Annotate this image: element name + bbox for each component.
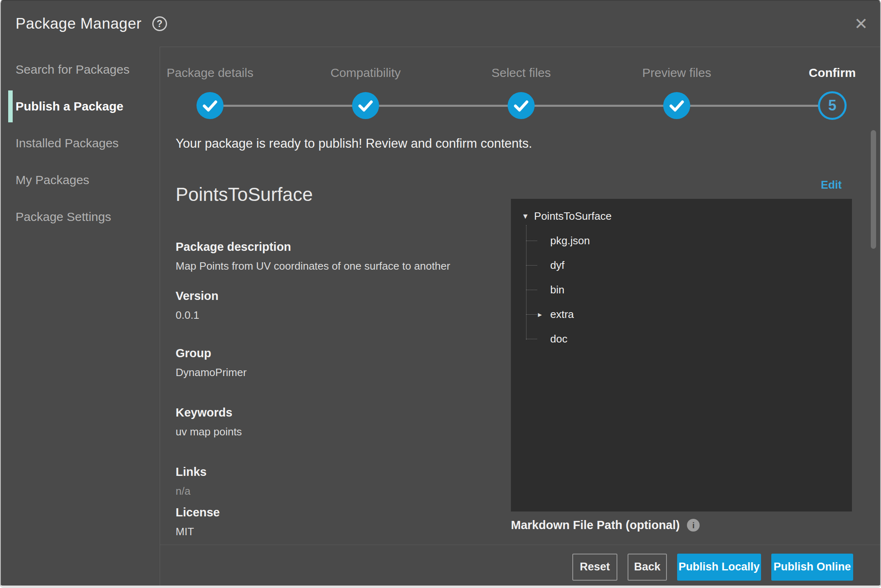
tree-node-label: dyf (550, 259, 565, 272)
step-confirm: Confirm 5 (767, 65, 881, 120)
tree-node-pkg-json[interactable]: pkg.json (511, 232, 852, 249)
step-current-number[interactable]: 5 (818, 91, 847, 120)
step-select-files: Select files (456, 65, 587, 119)
check-icon (197, 92, 224, 119)
wizard-stepper: Package details Compatibility (160, 65, 880, 139)
tree-branch-line (526, 265, 537, 266)
tree-branch-line (526, 339, 537, 339)
field-package-description: Package description Map Points from UV c… (176, 240, 450, 273)
check-icon (508, 92, 535, 119)
step-complete-icon[interactable] (508, 92, 535, 119)
step-preview-files: Preview files (611, 65, 742, 119)
tree-node-label: bin (550, 284, 565, 296)
step-compatibility: Compatibility (300, 65, 431, 119)
check-icon (663, 92, 690, 119)
step-complete-icon[interactable] (197, 92, 224, 119)
step-complete-icon[interactable] (663, 92, 690, 119)
field-version: Version 0.0.1 (176, 289, 219, 322)
field-value: 0.0.1 (176, 309, 219, 322)
field-value: DynamoPrimer (176, 366, 246, 379)
tree-node-extra[interactable]: ▸ extra (511, 306, 852, 322)
vertical-scrollbar-thumb[interactable] (871, 130, 876, 249)
tree-node-label: extra (550, 308, 574, 321)
tree-branch-line (526, 290, 537, 290)
markdown-file-path-row: Markdown File Path (optional) i (511, 518, 700, 532)
markdown-file-path-label: Markdown File Path (optional) (511, 518, 680, 532)
info-icon[interactable]: i (687, 519, 700, 532)
tree-branch-line (526, 314, 537, 315)
field-value: MIT (176, 525, 220, 538)
sidebar-item-search-for-packages[interactable]: Search for Packages (1, 60, 160, 79)
step-complete-icon[interactable] (352, 92, 379, 119)
field-value: n/a (176, 484, 207, 498)
titlebar: Package Manager ? ✕ (1, 1, 880, 47)
tree-node-doc[interactable]: doc (511, 331, 852, 347)
step-label: Select files (456, 65, 587, 81)
sidebar-item-label: Search for Packages (16, 63, 129, 77)
back-button[interactable]: Back (628, 554, 667, 581)
main-panel: Package details Compatibility (160, 47, 880, 588)
step-label: Package details (145, 65, 276, 81)
caret-right-icon[interactable]: ▸ (538, 310, 542, 319)
field-label: Version (176, 289, 219, 303)
footer-action-bar: Reset Back Publish Locally Publish Onlin… (160, 545, 880, 588)
tree-node-root[interactable]: ▾ PointsToSurface (511, 208, 852, 224)
tree-node-label: PointsToSurface (534, 210, 612, 223)
reset-button[interactable]: Reset (572, 554, 617, 581)
tree-node-bin[interactable]: bin (511, 282, 852, 298)
caret-down-icon[interactable]: ▾ (523, 211, 528, 221)
active-item-indicator (8, 90, 13, 122)
field-value: Map Points from UV coordinates of one su… (176, 259, 450, 273)
check-icon (352, 92, 379, 119)
package-summary: PointsToSurface Package description Map … (176, 183, 495, 543)
tree-node-label: pkg.json (550, 234, 590, 247)
field-label: Links (176, 465, 207, 479)
sidebar-item-label: Package Settings (16, 210, 111, 224)
field-label: Keywords (176, 406, 242, 419)
field-group: Group DynamoPrimer (176, 346, 246, 379)
window-title: Package Manager (16, 15, 142, 32)
field-license: License MIT (176, 505, 220, 538)
sidebar-item-package-settings[interactable]: Package Settings (1, 207, 160, 227)
sidebar-item-my-packages[interactable]: My Packages (1, 170, 160, 190)
field-value: uv map points (176, 425, 242, 438)
file-tree-panel: ▾ PointsToSurface pkg.json dyf bin (511, 199, 852, 511)
publish-locally-button[interactable]: Publish Locally (677, 554, 761, 581)
step-label: Confirm (767, 65, 881, 81)
step-label: Compatibility (300, 65, 431, 81)
step-package-details: Package details (145, 65, 276, 119)
step-label: Preview files (611, 65, 742, 81)
help-icon[interactable]: ? (152, 16, 167, 31)
sidebar-item-installed-packages[interactable]: Installed Packages (1, 133, 160, 153)
sidebar-item-label: Publish a Package (16, 99, 123, 113)
package-title: PointsToSurface (176, 183, 495, 205)
tree-node-label: doc (550, 333, 567, 345)
sidebar-item-label: My Packages (16, 173, 89, 187)
window-body: Search for Packages Publish a Package In… (1, 47, 880, 588)
tree-branch-line (526, 241, 537, 241)
field-label: Group (176, 346, 246, 360)
ready-to-publish-message: Your package is ready to publish! Review… (176, 136, 532, 151)
close-icon[interactable]: ✕ (854, 16, 868, 32)
publish-online-button[interactable]: Publish Online (771, 554, 853, 581)
field-label: License (176, 505, 220, 519)
edit-link[interactable]: Edit (821, 179, 842, 191)
field-keywords: Keywords uv map points (176, 406, 242, 438)
sidebar: Search for Packages Publish a Package In… (1, 47, 160, 588)
field-links: Links n/a (176, 465, 207, 498)
sidebar-item-publish-a-package[interactable]: Publish a Package (1, 97, 160, 116)
sidebar-item-label: Installed Packages (16, 136, 119, 150)
field-label: Package description (176, 240, 450, 254)
tree-node-dyf[interactable]: dyf (511, 257, 852, 273)
package-manager-window: Package Manager ? ✕ Search for Packages … (0, 0, 881, 588)
